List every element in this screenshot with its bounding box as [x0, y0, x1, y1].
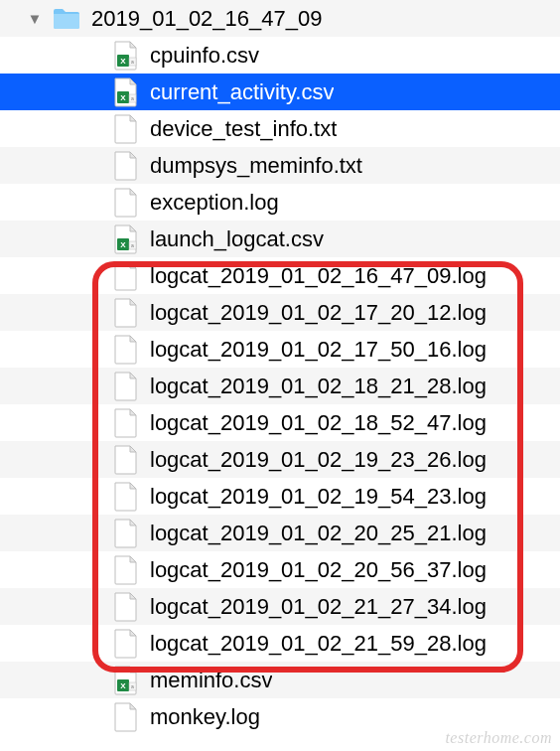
file-row[interactable]: current_activity.csv [0, 74, 560, 110]
blank-file-icon [112, 372, 138, 401]
file-row[interactable]: logcat_2019_01_02_21_59_28.log [0, 625, 560, 662]
file-row[interactable]: logcat_2019_01_02_20_56_37.log [0, 551, 560, 588]
file-label: device_test_info.txt [150, 116, 337, 142]
file-row[interactable]: logcat_2019_01_02_17_20_12.log [0, 294, 560, 331]
csv-file-icon [112, 41, 138, 71]
file-label: logcat_2019_01_02_19_23_26.log [150, 447, 487, 473]
file-label: logcat_2019_01_02_17_20_12.log [150, 300, 487, 326]
file-row[interactable]: logcat_2019_01_02_19_54_23.log [0, 478, 560, 515]
file-label: logcat_2019_01_02_21_59_28.log [150, 631, 487, 657]
file-label: logcat_2019_01_02_18_52_47.log [150, 410, 487, 436]
csv-file-icon [112, 666, 138, 695]
file-row[interactable]: device_test_info.txt [0, 110, 560, 147]
file-row[interactable]: logcat_2019_01_02_21_27_34.log [0, 588, 560, 625]
file-label: monkey.log [150, 704, 260, 730]
csv-file-icon [112, 225, 138, 254]
file-row[interactable]: logcat_2019_01_02_18_21_28.log [0, 368, 560, 404]
file-row[interactable]: meminfo.csv [0, 662, 560, 698]
file-label: logcat_2019_01_02_20_56_37.log [150, 557, 487, 583]
file-label: current_activity.csv [150, 79, 334, 105]
file-row[interactable]: dumpsys_meminfo.txt [0, 147, 560, 184]
file-label: logcat_2019_01_02_20_25_21.log [150, 521, 487, 546]
blank-file-icon [112, 188, 138, 218]
blank-file-icon [112, 702, 138, 732]
file-label: logcat_2019_01_02_18_21_28.log [150, 374, 487, 399]
blank-file-icon [112, 555, 138, 585]
file-label: cpuinfo.csv [150, 43, 259, 69]
file-row[interactable]: launch_logcat.csv [0, 221, 560, 257]
blank-file-icon [112, 445, 138, 475]
blank-file-icon [112, 298, 138, 328]
file-label: exception.log [150, 190, 279, 216]
file-row[interactable]: logcat_2019_01_02_18_52_47.log [0, 404, 560, 441]
csv-file-icon [112, 77, 138, 107]
watermark: testerhome.com [445, 729, 552, 747]
folder-icon [52, 7, 81, 31]
blank-file-icon [112, 335, 138, 365]
disclosure-triangle-icon[interactable]: ▼ [28, 10, 42, 27]
blank-file-icon [112, 114, 138, 144]
file-label: logcat_2019_01_02_19_54_23.log [150, 484, 487, 510]
blank-file-icon [112, 482, 138, 512]
file-label: logcat_2019_01_02_17_50_16.log [150, 337, 487, 363]
file-row[interactable]: logcat_2019_01_02_17_50_16.log [0, 331, 560, 368]
file-row[interactable]: logcat_2019_01_02_20_25_21.log [0, 515, 560, 551]
file-row[interactable]: cpuinfo.csv [0, 37, 560, 74]
file-label: logcat_2019_01_02_16_47_09.log [150, 263, 487, 289]
file-tree: ▼2019_01_02_16_47_09cpuinfo.csvcurrent_a… [0, 0, 560, 735]
file-label: launch_logcat.csv [150, 226, 324, 252]
blank-file-icon [112, 629, 138, 659]
blank-file-icon [112, 261, 138, 291]
file-row[interactable]: exception.log [0, 184, 560, 221]
blank-file-icon [112, 592, 138, 622]
blank-file-icon [112, 151, 138, 181]
blank-file-icon [112, 408, 138, 438]
file-row[interactable]: logcat_2019_01_02_19_23_26.log [0, 441, 560, 478]
file-label: dumpsys_meminfo.txt [150, 153, 362, 179]
file-label: meminfo.csv [150, 668, 272, 693]
file-label: logcat_2019_01_02_21_27_34.log [150, 594, 487, 620]
folder-label: 2019_01_02_16_47_09 [91, 6, 322, 32]
folder-row[interactable]: ▼2019_01_02_16_47_09 [0, 0, 560, 37]
file-row[interactable]: logcat_2019_01_02_16_47_09.log [0, 257, 560, 294]
blank-file-icon [112, 519, 138, 548]
